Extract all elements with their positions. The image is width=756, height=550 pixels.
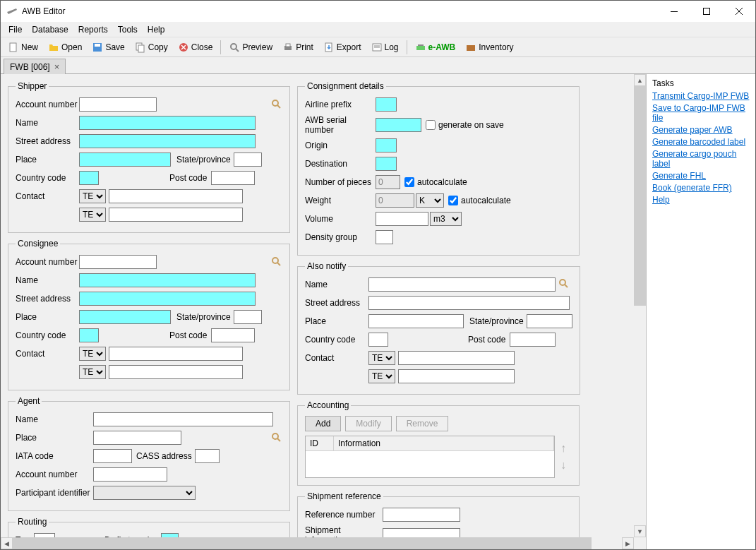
tasks-sidebar: Tasks Transmit Cargo-IMP FWB Save to Car… (646, 74, 755, 549)
consignee-contact2-type[interactable]: TE (79, 365, 106, 379)
accounting-remove-button[interactable]: Remove (396, 416, 449, 431)
notify-postcode-input[interactable] (510, 333, 556, 347)
shipper-street-input[interactable] (79, 134, 256, 148)
consignee-state-input[interactable] (234, 310, 262, 324)
shipper-name-input[interactable] (79, 116, 256, 130)
task-link[interactable]: Book (generate FFR) (652, 183, 750, 193)
weight-input[interactable] (376, 193, 414, 208)
inventory-button[interactable]: Inventory (461, 40, 517, 55)
task-link[interactable]: Help (652, 195, 750, 205)
close-doc-button[interactable]: Close (174, 40, 217, 55)
accounting-table[interactable]: IDInformation (305, 436, 555, 478)
open-button[interactable]: Open (44, 40, 86, 55)
volume-input[interactable] (376, 212, 428, 226)
notify-contact1-type[interactable]: TE (368, 351, 395, 365)
document-tab[interactable]: FWB [006] × (4, 59, 66, 74)
consignee-contact2-input[interactable] (109, 365, 243, 379)
agent-participant-select[interactable] (93, 486, 196, 500)
refnum-input[interactable] (383, 508, 460, 522)
preview-button[interactable]: Preview (224, 40, 277, 55)
search-icon[interactable] (271, 432, 282, 443)
task-link[interactable]: Generate barcoded label (652, 137, 750, 147)
notify-street-input[interactable] (368, 296, 570, 310)
consignee-account-input[interactable] (79, 255, 157, 269)
shipper-country-input[interactable] (79, 171, 99, 185)
move-down-icon[interactable]: ↓ (560, 459, 566, 472)
menu-tools[interactable]: Tools (113, 23, 143, 36)
maximize-button[interactable] (690, 1, 723, 22)
accounting-modify-button[interactable]: Modify (345, 416, 391, 431)
notify-contact1-input[interactable] (398, 351, 515, 365)
consignee-name-input[interactable] (79, 273, 256, 287)
notify-country-input[interactable] (368, 333, 388, 347)
consignee-street-input[interactable] (79, 292, 256, 306)
destination-input[interactable] (376, 157, 397, 171)
consignee-contact1-type[interactable]: TE (79, 347, 106, 361)
weight-unit-select[interactable]: K (416, 193, 444, 208)
inventory-icon (465, 42, 476, 53)
agent-cass-input[interactable] (195, 449, 220, 463)
log-button[interactable]: Log (367, 40, 403, 55)
new-button[interactable]: New (4, 40, 42, 55)
move-up-icon[interactable]: ↑ (560, 442, 566, 455)
task-link[interactable]: Generate paper AWB (652, 125, 750, 135)
shipper-contact2-type[interactable]: TE (79, 208, 106, 222)
accounting-add-button[interactable]: Add (305, 416, 341, 431)
menu-file[interactable]: File (4, 23, 27, 36)
origin-input[interactable] (376, 138, 397, 153)
window-controls (658, 1, 755, 22)
shipper-postcode-input[interactable] (211, 171, 255, 185)
notify-name-input[interactable] (368, 277, 556, 292)
shipper-contact2-input[interactable] (109, 208, 243, 222)
search-icon[interactable] (271, 99, 282, 110)
menu-help[interactable]: Help (143, 23, 170, 36)
consignee-postcode-input[interactable] (211, 328, 255, 342)
main-area: Shipper Account number Name Street addre… (1, 74, 755, 549)
notify-place-input[interactable] (368, 314, 464, 328)
agent-name-input[interactable] (93, 412, 273, 426)
notify-contact2-input[interactable] (398, 369, 515, 383)
eawb-button[interactable]: e-AWB (411, 40, 460, 55)
vertical-scrollbar[interactable]: ▲▼ (634, 74, 646, 537)
shipper-place-input[interactable] (79, 153, 171, 167)
search-icon[interactable] (558, 278, 570, 292)
svg-rect-11 (286, 44, 290, 47)
airline-prefix-input[interactable] (376, 97, 397, 112)
notify-state-input[interactable] (527, 314, 572, 328)
agent-iata-input[interactable] (93, 449, 132, 463)
task-link[interactable]: Save to Cargo-IMP FWB file (652, 103, 750, 123)
minimize-button[interactable] (658, 1, 690, 22)
close-button[interactable] (723, 1, 755, 22)
svg-rect-1 (704, 8, 710, 15)
volume-unit-select[interactable]: m3 (430, 212, 462, 226)
consignee-place-input[interactable] (79, 310, 171, 324)
task-link[interactable]: Generate FHL (652, 171, 750, 181)
notify-contact2-type[interactable]: TE (368, 369, 395, 383)
weight-autocalc-checkbox[interactable] (448, 196, 458, 205)
print-button[interactable]: Print (278, 40, 318, 55)
shipper-contact1-input[interactable] (109, 189, 243, 203)
agent-account-input[interactable] (93, 467, 167, 482)
menu-database[interactable]: Database (27, 23, 73, 36)
task-link[interactable]: Transmit Cargo-IMP FWB (652, 91, 750, 101)
horizontal-scrollbar[interactable]: ◀▶ (1, 537, 634, 549)
shipper-state-input[interactable] (234, 153, 262, 167)
density-input[interactable] (376, 230, 393, 244)
menu-reports[interactable]: Reports (73, 23, 113, 36)
consignment-group: Consignment details Airline prefix AWB s… (297, 81, 580, 256)
export-button[interactable]: Export (319, 40, 366, 55)
copy-button[interactable]: Copy (131, 40, 172, 55)
tab-close-button[interactable]: × (54, 62, 60, 71)
pieces-input[interactable] (376, 175, 400, 189)
shipper-account-input[interactable] (79, 97, 157, 112)
shipper-contact1-type[interactable]: TE (79, 189, 106, 203)
save-button[interactable]: Save (88, 40, 128, 55)
awb-serial-input[interactable] (376, 118, 421, 132)
generate-on-save-checkbox[interactable] (426, 120, 436, 130)
task-link[interactable]: Generate cargo pouch label (652, 149, 750, 169)
agent-place-input[interactable] (93, 431, 181, 445)
consignee-contact1-input[interactable] (109, 347, 243, 361)
consignee-country-input[interactable] (79, 328, 99, 342)
search-icon[interactable] (271, 256, 282, 268)
pieces-autocalc-checkbox[interactable] (404, 177, 414, 187)
